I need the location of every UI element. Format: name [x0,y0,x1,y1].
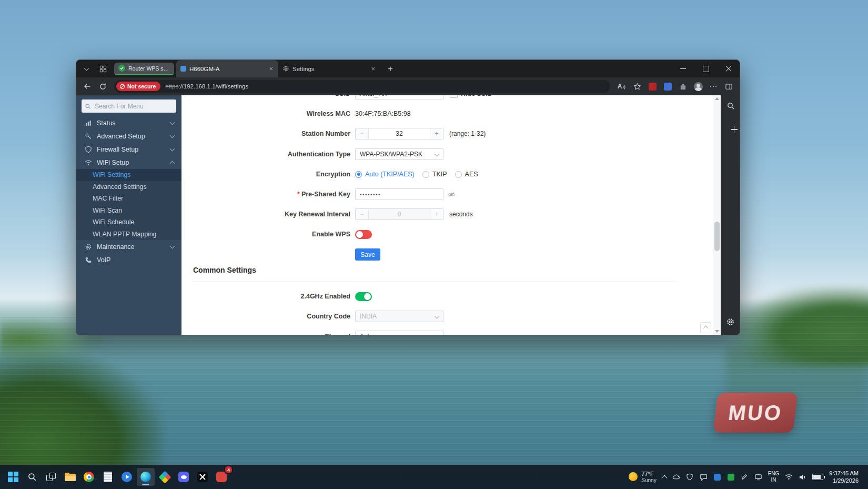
tray-cloud-icon[interactable] [672,473,680,481]
show-password-toggle[interactable] [448,192,456,197]
media-player-button[interactable] [118,468,136,486]
rail-search-button[interactable] [726,102,735,112]
file-explorer-button[interactable] [61,468,79,486]
key-renewal-input[interactable]: 0 [369,209,430,219]
radio-aes[interactable]: AES [455,171,478,178]
channel-select[interactable]: Auto [355,331,443,335]
masked-password: •••••••• [360,192,381,197]
weather-widget[interactable]: 77°F Sunny [629,471,656,483]
scrollbar-thumb[interactable] [714,222,720,251]
sidebar-item-firewall-setup[interactable]: Firewall Setup [76,143,181,156]
ssid-input[interactable]: Airtel_707 [355,95,443,99]
favorites-button[interactable] [630,79,644,93]
photos-button[interactable] [156,468,174,486]
sidebar-item-status[interactable]: Status [76,116,181,129]
radio-label: TKIP [432,171,447,178]
tab-close-icon[interactable]: × [370,65,376,72]
sidebar-item-wifi-setup[interactable]: WiFi Setup [76,156,181,169]
tray-blue-app-icon[interactable] [713,473,721,481]
sidebar-item-label: Maintenance [97,243,166,251]
radio-tkip[interactable]: TKIP [422,171,447,178]
pre-shared-key-input[interactable]: •••••••• [355,188,443,200]
tray-chat-icon[interactable] [700,473,708,481]
browser-menu-button[interactable] [706,79,720,93]
read-aloud-button[interactable]: A [615,79,629,93]
maximize-button[interactable] [694,60,717,77]
sidebar-item-mac-filter[interactable]: MAC Filter [76,193,181,205]
clock[interactable]: 9:37:45 AM 1/29/2026 [829,470,859,485]
tray-green-app-icon[interactable] [727,473,735,481]
scroll-to-top-button[interactable] [700,322,711,333]
sidebar-item-label: WiFi Scan [93,207,122,214]
edge-button[interactable] [137,468,155,486]
chrome-button[interactable] [80,468,98,486]
refresh-button[interactable] [96,79,109,93]
wallpaper-water [0,316,868,465]
sidebar-item-wifi-settings[interactable]: WiFi Settings [76,169,181,181]
volume-icon[interactable] [799,473,806,481]
workspaces-button[interactable] [96,62,110,76]
tray-overflow-chevron[interactable] [661,475,667,481]
tray-monitor-icon[interactable] [754,473,762,481]
enable-wps-toggle[interactable] [355,230,372,239]
sidebar-search-input[interactable] [94,102,173,111]
station-number-stepper: − 32 + [355,128,443,139]
discord-button[interactable] [175,468,193,486]
decrement-button[interactable]: − [356,128,369,139]
station-number-input[interactable]: 32 [369,128,430,139]
field-pre-shared-key: *Pre-Shared Key •••••••• [181,188,713,201]
x-app-button[interactable] [194,468,211,486]
section-divider [193,282,677,282]
save-button[interactable]: Save [355,248,380,261]
tray-shield-icon[interactable] [686,473,694,481]
enable-wps-label: Enable WPS [181,231,350,238]
sidebar-search[interactable] [82,99,176,113]
split-screen-button[interactable] [722,79,735,93]
increment-button[interactable]: + [430,209,443,219]
notepad-button[interactable] [99,468,117,486]
rail-settings-button[interactable] [726,317,735,328]
tray-pen-icon[interactable] [741,473,749,481]
tab-router-wps-setting[interactable]: Router WPS setting [114,63,174,75]
security-badge[interactable]: Not secure [116,82,160,91]
scrollbar-up-arrow[interactable] [715,97,719,100]
notifications-app-button[interactable]: 4 [213,468,230,486]
taskbar-search-button[interactable] [23,468,41,486]
wrench-icon [85,133,92,140]
minimize-button[interactable] [672,60,694,77]
sidebar-item-advanced-settings[interactable]: Advanced Settings [76,181,181,193]
wifi-status-icon[interactable] [785,473,793,481]
search-icon [27,472,37,482]
task-view-button[interactable] [42,468,60,486]
radio-auto-tkip-aes[interactable]: Auto (TKIP/AES) [355,171,415,178]
start-button[interactable] [4,468,22,486]
sidebar-item-voip[interactable]: VoIP [76,253,181,266]
sidebar-item-wifi-schedule[interactable]: WiFi Schedule [76,216,181,228]
sidebar-item-wlan-pptp-mapping[interactable]: WLAN PPTP Mapping [76,228,181,241]
tab-close-icon[interactable]: × [268,65,274,72]
language-indicator[interactable]: ENG IN [768,471,780,483]
extension-blue-button[interactable] [661,79,674,93]
24ghz-enabled-toggle[interactable] [355,292,372,301]
sidebar-item-advanced-setup[interactable]: Advanced Setup [76,129,181,143]
decrement-button[interactable]: − [356,209,369,219]
back-button[interactable] [80,79,94,93]
country-code-select[interactable]: INDIA [355,311,443,322]
hide-ssid-checkbox[interactable] [450,95,458,98]
extensions-menu-button[interactable] [676,79,690,93]
scrollbar-down-arrow[interactable] [715,330,719,333]
extension-ublock-button[interactable] [645,79,659,93]
battery-icon[interactable] [812,474,823,480]
new-tab-button[interactable]: + [383,62,397,76]
sidebar-item-wifi-scan[interactable]: WiFi Scan [76,205,181,217]
sidebar-item-maintenance[interactable]: Maintenance [76,240,181,253]
tab-settings[interactable]: Settings × [278,60,380,77]
profile-button[interactable] [691,79,705,93]
tab-h660gm-a[interactable]: H660GM-A × [176,60,278,77]
address-bar[interactable]: Not secure https://192.168.1.1/wifi/sett… [114,80,610,93]
close-button[interactable] [717,60,740,77]
increment-button[interactable]: + [430,128,443,139]
tab-search-button[interactable] [79,62,93,76]
page-scrollbar[interactable] [713,95,721,335]
authentication-type-select[interactable]: WPA-PSK/WPA2-PSK [355,148,443,160]
